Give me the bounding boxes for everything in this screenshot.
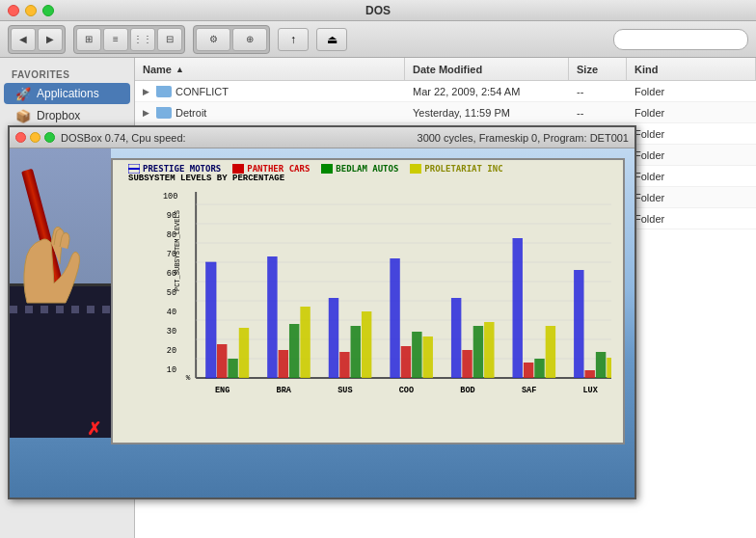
svg-rect-35 — [279, 350, 288, 378]
hand-illustration — [10, 148, 111, 438]
svg-rect-62 — [607, 358, 611, 378]
dosbox-content[interactable]: REPORTS ✗ — [10, 148, 634, 498]
applications-icon: 🚀 — [15, 86, 31, 101]
svg-text:ENG: ENG — [215, 386, 230, 394]
kind-column-header[interactable]: Kind — [627, 58, 756, 80]
nav-buttons: ◀ ▶ — [8, 25, 66, 54]
svg-rect-32 — [239, 328, 249, 378]
coverflow-view-button[interactable]: ⊟ — [157, 28, 182, 51]
svg-text:BOD: BOD — [460, 386, 474, 394]
svg-rect-4 — [410, 164, 421, 174]
minimize-button[interactable] — [25, 5, 37, 16]
svg-text:LUX: LUX — [582, 386, 598, 394]
svg-rect-40 — [339, 352, 349, 378]
svg-rect-37 — [300, 307, 310, 378]
share-button[interactable]: ↑ — [278, 28, 309, 51]
svg-rect-34 — [267, 256, 277, 378]
list-view-button[interactable]: ≡ — [103, 28, 128, 51]
svg-text:COO: COO — [399, 386, 414, 394]
svg-text:BRA: BRA — [277, 386, 292, 394]
date-column-header[interactable]: Date Modified — [405, 58, 569, 80]
legend-bedlam: BEDLAM AUTOS — [321, 164, 398, 174]
svg-text:10: 10 — [167, 365, 176, 375]
dosbox-titlebar: DOSBox 0.74, Cpu speed: 3000 cycles, Fra… — [10, 127, 634, 148]
chart-body: 100 90 80 70 60 50 40 30 20 10 PCT_SUBSY… — [163, 187, 611, 394]
svg-rect-47 — [423, 336, 433, 378]
svg-text:20: 20 — [167, 346, 176, 356]
dosbox-window-controls[interactable] — [15, 132, 55, 143]
svg-text:30: 30 — [167, 327, 176, 336]
dosbox-window: DOSBox 0.74, Cpu speed: 3000 cycles, Fra… — [8, 125, 636, 499]
svg-rect-3 — [321, 164, 333, 174]
window-title: DOS — [365, 4, 391, 17]
table-row[interactable]: ▶ Detroit Yesterday, 11:59 PM -- Folder — [135, 102, 756, 123]
svg-rect-51 — [473, 326, 483, 378]
chart-title-area: PRESTIGE MOTORS PANTHER CARS BEDLAM AUTO… — [113, 160, 623, 185]
dosbox-zoom-button[interactable] — [44, 132, 55, 143]
title-bar: DOS — [0, 0, 756, 21]
svg-rect-41 — [351, 326, 361, 378]
svg-rect-29 — [206, 262, 216, 378]
file-list-header: Name ▲ Date Modified Size Kind — [135, 58, 756, 81]
close-button[interactable] — [8, 5, 19, 16]
legend-proletariat: PROLETARIAT INC — [410, 164, 502, 174]
applications-label: Applications — [37, 87, 99, 100]
svg-rect-31 — [228, 359, 237, 378]
dropbox-icon: 📦 — [15, 108, 31, 123]
sidebar-item-dropbox[interactable]: 📦 Dropbox — [4, 105, 130, 126]
disclosure-triangle: ▶ — [143, 87, 152, 96]
chart-legend: PRESTIGE MOTORS PANTHER CARS BEDLAM AUTO… — [121, 164, 615, 174]
sidebar-item-applications[interactable]: 🚀 Applications — [4, 83, 130, 104]
svg-rect-54 — [513, 238, 523, 378]
action-buttons: ⚙ ⊕ — [193, 25, 270, 54]
back-button[interactable]: ◀ — [11, 28, 36, 51]
svg-rect-56 — [534, 359, 544, 378]
legend-prestige: PRESTIGE MOTORS — [128, 164, 221, 174]
dropbox-label: Dropbox — [37, 109, 80, 122]
action-button[interactable]: ⚙ — [196, 28, 230, 51]
svg-rect-2 — [232, 164, 244, 174]
sort-arrow: ▲ — [176, 65, 184, 74]
svg-rect-52 — [484, 322, 494, 378]
hand-shape — [17, 226, 102, 312]
forward-button[interactable]: ▶ — [38, 28, 63, 51]
svg-rect-49 — [451, 298, 461, 378]
size-column-header[interactable]: Size — [569, 58, 627, 80]
dosbox-close-button[interactable] — [15, 132, 26, 143]
svg-rect-60 — [584, 370, 594, 378]
arrange-button[interactable]: ⊕ — [232, 28, 267, 51]
chart-svg: 100 90 80 70 60 50 40 30 20 10 PCT_SUBSY… — [163, 187, 611, 394]
table-row[interactable]: ▶ CONFLICT Mar 22, 2009, 2:54 AM -- Fold… — [135, 81, 756, 102]
svg-rect-55 — [524, 363, 533, 378]
zoom-button[interactable] — [42, 5, 54, 16]
svg-rect-30 — [217, 344, 227, 378]
icon-view-button[interactable]: ⊞ — [76, 28, 101, 51]
svg-text:%: % — [186, 374, 191, 382]
svg-rect-42 — [362, 311, 371, 378]
svg-rect-45 — [401, 346, 411, 378]
toolbar: ◀ ▶ ⊞ ≡ ⋮⋮ ⊟ ⚙ ⊕ ↑ ⏏ — [0, 21, 756, 58]
legend-panther: PANTHER CARS — [232, 164, 310, 174]
chart-subtitle: SUBSYSTEM LEVELS BY PERCENTAGE — [121, 174, 615, 183]
disclosure-triangle: ▶ — [143, 108, 152, 118]
search-input[interactable] — [613, 29, 748, 50]
svg-rect-57 — [546, 326, 555, 378]
svg-text:40: 40 — [167, 308, 176, 317]
svg-rect-46 — [412, 332, 421, 378]
eject-button[interactable]: ⏏ — [316, 28, 347, 51]
svg-text:PCT_SUBSYSTEM_LEVELS: PCT_SUBSYSTEM_LEVELS — [174, 210, 181, 291]
folder-icon — [156, 107, 172, 119]
name-column-header[interactable]: Name ▲ — [135, 58, 405, 80]
svg-text:SUS: SUS — [338, 386, 352, 394]
favorites-section-label: FAVORITES — [0, 66, 134, 82]
column-view-button[interactable]: ⋮⋮ — [130, 28, 155, 51]
svg-rect-44 — [390, 258, 399, 378]
svg-text:SAF: SAF — [522, 386, 536, 394]
x-marker: ✗ — [87, 418, 101, 440]
view-buttons: ⊞ ≡ ⋮⋮ ⊟ — [73, 25, 185, 54]
window-controls[interactable] — [8, 5, 54, 16]
svg-text:100: 100 — [163, 192, 177, 202]
dosbox-title: DOSBox 0.74, Cpu speed: — [61, 132, 186, 144]
dosbox-minimize-button[interactable] — [30, 132, 40, 143]
chart-area: PRESTIGE MOTORS PANTHER CARS BEDLAM AUTO… — [111, 158, 625, 444]
